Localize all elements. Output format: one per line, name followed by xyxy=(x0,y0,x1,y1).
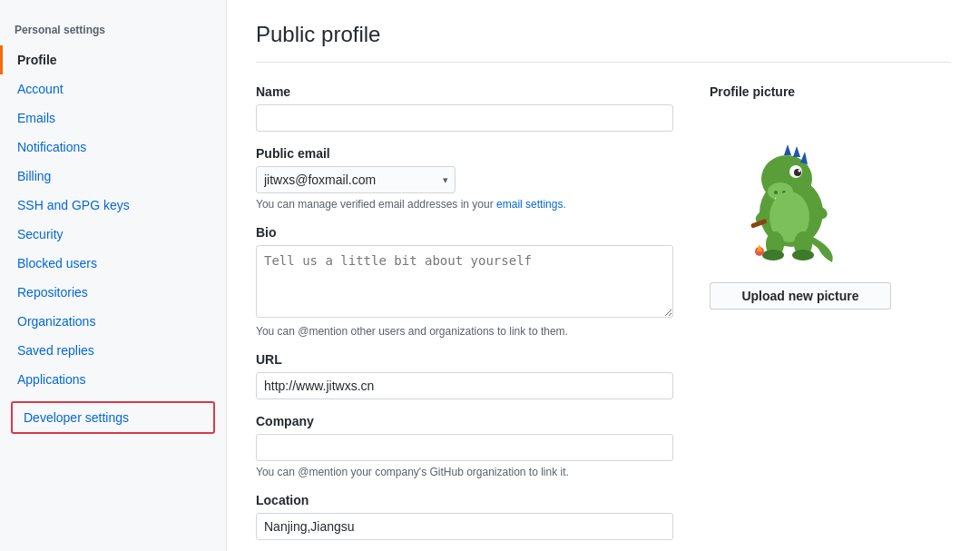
svg-marker-12 xyxy=(800,152,808,164)
svg-point-6 xyxy=(774,191,778,194)
sidebar-item-developer-settings[interactable]: Developer settings xyxy=(11,401,215,434)
company-hint: You can @mention your company's GitHub o… xyxy=(256,466,673,478)
sidebar-item-saved-replies[interactable]: Saved replies xyxy=(0,336,226,365)
public-email-select[interactable]: jitwxs@foxmail.com xyxy=(256,166,456,193)
page-title: Public profile xyxy=(256,22,951,63)
sidebar-item-repositories[interactable]: Repositories xyxy=(0,278,226,307)
profile-picture-image xyxy=(719,117,864,262)
sidebar-item-blocked-users[interactable]: Blocked users xyxy=(0,249,226,278)
company-input[interactable] xyxy=(256,434,673,461)
sidebar-item-security[interactable]: Security xyxy=(0,220,226,249)
sidebar-item-notifications[interactable]: Notifications xyxy=(0,133,226,162)
company-label: Company xyxy=(256,414,673,428)
name-group: Name xyxy=(256,84,673,132)
main-content: Public profile Name Public email jitwxs@… xyxy=(227,0,980,551)
sidebar-item-account[interactable]: Account xyxy=(0,74,226,103)
avatar xyxy=(710,108,873,271)
email-settings-link[interactable]: email settings xyxy=(496,198,563,211)
url-label: URL xyxy=(256,352,673,367)
sidebar-item-billing[interactable]: Billing xyxy=(0,162,226,191)
sidebar-header: Personal settings xyxy=(0,18,226,45)
public-email-group: Public email jitwxs@foxmail.com ▾ You ca… xyxy=(256,146,673,211)
public-email-label: Public email xyxy=(256,146,673,161)
public-email-select-wrapper: jitwxs@foxmail.com ▾ xyxy=(256,166,456,193)
url-input[interactable] xyxy=(256,372,673,399)
svg-point-20 xyxy=(792,250,814,261)
bio-input[interactable] xyxy=(256,245,673,318)
upload-picture-button[interactable]: Upload new picture xyxy=(710,282,891,310)
svg-marker-11 xyxy=(793,146,800,157)
name-label: Name xyxy=(256,84,673,99)
sidebar-item-emails[interactable]: Emails xyxy=(0,103,226,133)
sidebar-item-profile[interactable]: Profile xyxy=(0,45,226,74)
bio-group: Bio You can @mention other users and org… xyxy=(256,225,673,338)
sidebar-item-ssh-gpg-keys[interactable]: SSH and GPG keys xyxy=(0,191,226,220)
profile-picture-label: Profile picture xyxy=(710,84,891,99)
svg-point-19 xyxy=(762,250,784,261)
location-label: Location xyxy=(256,493,673,507)
bio-label: Bio xyxy=(256,225,673,240)
svg-marker-10 xyxy=(784,144,791,155)
sidebar-item-organizations[interactable]: Organizations xyxy=(0,307,226,336)
svg-point-5 xyxy=(799,170,801,172)
location-input[interactable] xyxy=(256,513,673,540)
location-group: Location xyxy=(256,493,673,540)
url-group: URL xyxy=(256,352,673,399)
sidebar: Personal settings Profile Account Emails… xyxy=(0,0,227,551)
profile-picture-panel: Profile picture xyxy=(710,84,891,551)
profile-form: Name Public email jitwxs@foxmail.com ▾ Y… xyxy=(256,84,673,551)
company-group: Company You can @mention your company's … xyxy=(256,414,673,478)
sidebar-item-applications[interactable]: Applications xyxy=(0,365,226,394)
profile-layout: Name Public email jitwxs@foxmail.com ▾ Y… xyxy=(256,84,951,551)
bio-hint: You can @mention other users and organiz… xyxy=(256,325,673,338)
name-input[interactable] xyxy=(256,104,673,132)
public-email-hint: You can manage verified email addresses … xyxy=(256,198,673,211)
